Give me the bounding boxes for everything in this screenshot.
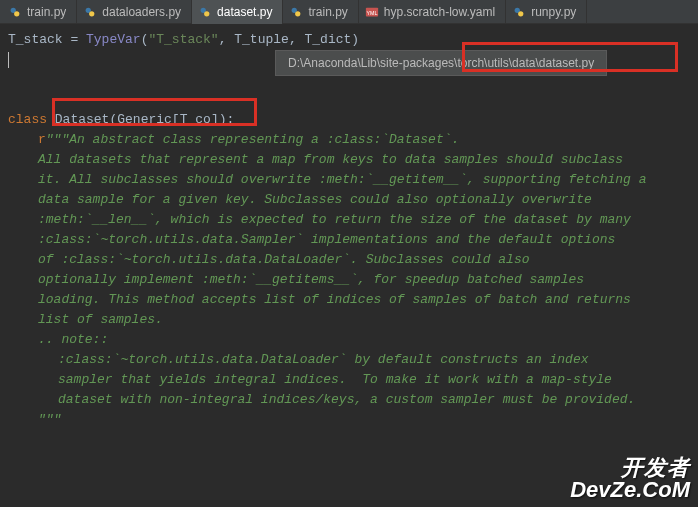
tab-label: runpy.py [531,5,576,19]
code-editor[interactable]: T_stack = TypeVar("T_stack", T_tuple, T_… [0,24,698,430]
tab-label: hyp.scratch-low.yaml [384,5,495,19]
svg-point-1 [14,11,19,16]
tab-hyp-yaml[interactable]: YML hyp.scratch-low.yaml [359,0,506,24]
tab-train2[interactable]: train.py [283,0,358,24]
docstring-line: :class:`~torch.utils.data.DataLoader` by… [8,350,698,370]
docstring-line: :meth:`__len__`, which is expected to re… [8,210,698,230]
class-declaration: class Dataset(Generic[T_co]): [8,110,698,130]
tab-dataset[interactable]: dataset.py [192,0,283,24]
svg-point-5 [204,11,209,16]
docstring-line: loading. This method accepts list of ind… [8,290,698,310]
python-file-icon [198,5,212,19]
tab-label: train.py [27,5,66,19]
docstring-close: """ [8,410,698,430]
watermark: 开发者 DevZe.CoM [570,457,690,501]
text-caret [8,52,9,68]
python-file-icon [289,5,303,19]
svg-text:YML: YML [366,9,377,15]
tab-runpy[interactable]: runpy.py [506,0,587,24]
python-file-icon [8,5,22,19]
editor-tabs: train.py dataloaders.py dataset.py train… [0,0,698,24]
docstring-line: sampler that yields integral indices. To… [8,370,698,390]
docstring-line: data sample for a given key. Subclasses … [8,190,698,210]
code-line: T_stack = TypeVar("T_stack", T_tuple, T_… [8,30,698,50]
docstring-line: .. note:: [8,330,698,350]
docstring-line: All datasets that represent a map from k… [8,150,698,170]
watermark-top: 开发者 [570,457,690,479]
python-file-icon [512,5,526,19]
tab-label: dataloaders.py [102,5,181,19]
tooltip-text: D:\Anaconda\Lib\site-packages\torch\util… [288,56,594,70]
docstring-line: r"""An abstract class representing a :cl… [8,130,698,150]
docstring-line: optionally implement :meth:`__getitems__… [8,270,698,290]
watermark-bottom: DevZe.CoM [570,479,690,501]
yaml-file-icon: YML [365,5,379,19]
docstring-line: list of samples. [8,310,698,330]
svg-point-11 [518,11,523,16]
tab-dataloaders[interactable]: dataloaders.py [77,0,192,24]
docstring-line: :class:`~torch.utils.data.Sampler` imple… [8,230,698,250]
svg-point-3 [89,11,94,16]
tab-train-partial[interactable]: train.py [2,0,77,24]
tab-label: train.py [308,5,347,19]
python-file-icon [83,5,97,19]
docstring-line: dataset with non-integral indices/keys, … [8,390,698,410]
file-path-tooltip: D:\Anaconda\Lib\site-packages\torch\util… [275,50,607,76]
docstring-line: of :class:`~torch.utils.data.DataLoader`… [8,250,698,270]
svg-point-7 [296,11,301,16]
docstring-line: it. All subclasses should overwrite :met… [8,170,698,190]
tab-label: dataset.py [217,5,272,19]
